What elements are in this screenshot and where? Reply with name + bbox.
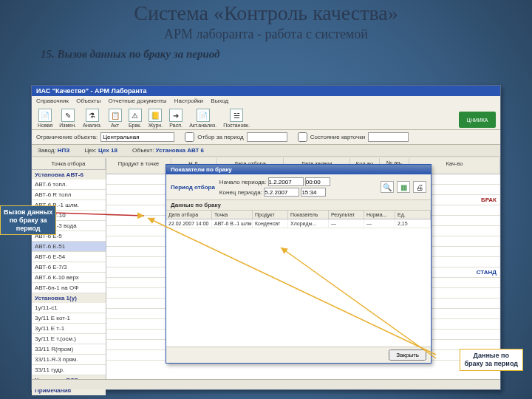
state-input[interactable] [368,132,409,142]
arrow-icon: ➜ [169,109,183,122]
btn-label: Журн. [149,123,163,128]
doc2-icon: 📄 [197,109,210,122]
object-label: Объект: [132,147,154,154]
btn-label: Анализ. [83,123,102,128]
menu-item[interactable]: Отчетные документы [108,98,166,104]
tree-item[interactable]: АВТ-6 R топл [32,190,106,200]
tree-item[interactable]: АВТ-6 К-10 верх [32,273,106,283]
from-label: Начало периода: [219,179,266,185]
from-date-input[interactable] [268,177,304,186]
toolbar-dispatch[interactable]: ➜Расп. [169,109,183,128]
filter-input[interactable] [100,132,174,142]
close-button[interactable]: Закрыть [389,349,426,361]
excel-icon[interactable]: ▦ [397,181,410,193]
btn-label: Постановк. [223,123,250,128]
workshop-value: Цех 18 [98,147,117,154]
state-checkbox[interactable] [298,132,307,142]
tree-item[interactable]: 33/11 R(пром) [32,344,106,355]
to-label: Конец периода: [219,189,262,196]
workshop-label: Цех: [84,147,96,154]
toolbar: 📄Новая ✎Измен. ⚗Анализ. 📋Акт ⚠Брак. 📒Жур… [32,106,500,130]
tree-panel: Точка отбора Установка АВТ-6 АВТ-6 топл.… [32,158,106,379]
plant-value: НПЗ [58,147,70,154]
toolbar-postanov[interactable]: ☱Постановк. [223,109,250,128]
period-checkbox[interactable] [185,132,194,142]
menu-item[interactable]: Настройки [174,98,203,104]
btn-label: Измен. [59,123,76,128]
search-icon[interactable]: 🔍 [381,181,394,193]
window-title: ИАС "Качество" - АРМ Лаборанта [32,86,500,96]
menu-item[interactable]: Выход [211,98,228,104]
cell: — [364,219,395,228]
popup-body: 22.02.2007 14:00 АВТ-6 В.-1 шлм. Конденс… [166,219,431,347]
toolbar-edit[interactable]: ✎Измен. [59,109,76,128]
cell: 2,15 [395,219,431,228]
plant-label: Завод: [38,147,56,154]
object-value: Установка АВТ 6 [156,147,204,154]
popup-title: Показатели по браку [166,165,431,174]
btn-label: Расп. [169,123,183,128]
pcol: Результат [329,211,364,219]
callout-right: Данные по браку за период [460,349,524,371]
toolbar-new[interactable]: 📄Новая [38,109,52,128]
tree-item[interactable]: 33/11 гудр. [32,365,106,375]
btn-label: Акт [111,123,119,128]
print-icon[interactable]: 🖨 [413,181,426,193]
tree-item[interactable]: АВТ-6 E-54 [32,252,106,262]
slide-subtitle: АРМ лаборанта - работа с системой [0,25,532,42]
pcol: Продукт [253,211,288,219]
popup-buttons: Закрыть [166,347,431,363]
tree-item[interactable]: 1у/11-с1 [32,303,106,313]
tree-item[interactable]: 3у/11 Е т.(осм.) [32,334,106,344]
to-time-input[interactable] [301,188,326,197]
flask-icon: ⚗ [86,109,99,122]
cell: Хлориды... [288,219,329,228]
tree-item[interactable]: АВТ-6 топл. [32,180,106,190]
btn-label: Новая [38,123,52,128]
toolbar-defect[interactable]: ⚠Брак. [129,109,142,128]
list-icon: ☱ [230,109,243,122]
col-header: Точка отбора [32,158,106,169]
toolbar-act[interactable]: 📋Акт [109,109,122,128]
page-icon: 📄 [38,109,52,122]
pcol: Дата отбора [166,211,212,219]
callout-left: Вызов данных по браку за период [0,205,56,235]
pcol: Показатель [288,211,329,219]
toolbar-analysis[interactable]: ⚗Анализ. [83,109,102,128]
popup-form: Период отбора Начало периода: Конец пери… [166,174,431,200]
tree-item[interactable]: АВТ-6н-1 на ОФ [32,283,106,293]
chk-label: Отбор за период [197,134,244,140]
status-bar [32,379,500,389]
tree-item[interactable]: АВТ-6 E-51 [32,242,106,252]
from-time-input[interactable] [305,177,330,186]
period-input[interactable] [247,132,287,142]
col-header: Продукт в точке [106,158,171,174]
filter-label: Ограничение объекта: [36,134,98,140]
section-header: Установка АВТ-6 [32,170,106,180]
tree-item[interactable]: 3у/11 Е кот-1 [32,313,106,324]
popup-section: Данные по браку [166,200,431,211]
tree-item[interactable]: 3у/11 Е т-1 [32,324,106,334]
edit-icon: ✎ [61,109,75,122]
slide-title: Система «Контроль качества» [0,0,532,25]
to-date-input[interactable] [264,188,299,197]
section-header: Установка 1(у) [32,293,106,303]
toolbar-journal[interactable]: 📒Журн. [149,109,163,128]
context-bar: Завод: НПЗ Цех: Цех 18 Объект: Установка… [32,145,500,157]
cell: — [329,219,364,228]
popup-row[interactable]: 22.02.2007 14:00 АВТ-6 В.-1 шлм. Конденс… [166,219,431,228]
btn-label: Акт.анализ. [189,123,216,128]
toolbar-act-analysis[interactable]: 📄Акт.анализ. [189,109,216,128]
pcol: Норма... [364,211,395,219]
pcol: Ед. [395,211,431,219]
menu-item[interactable]: Справочник [36,98,69,104]
popup-toolbar: 🔍 ▦ 🖨 [381,181,426,193]
search-bar: Ограничение объекта: Отбор за период Сос… [32,130,500,145]
menubar: Справочник Объекты Отчетные документы На… [32,96,500,106]
book-icon: 📒 [149,109,162,122]
app-window: ИАС "Качество" - АРМ Лаборанта Справочни… [31,85,501,390]
slide-caption: 15. Вызов данных по браку за период [0,42,532,64]
menu-item[interactable]: Объекты [76,98,100,104]
tree-item[interactable]: 33/11-R-3 прям. [32,355,106,365]
tree-item[interactable]: АВТ-6 E-7/3 [32,262,106,273]
